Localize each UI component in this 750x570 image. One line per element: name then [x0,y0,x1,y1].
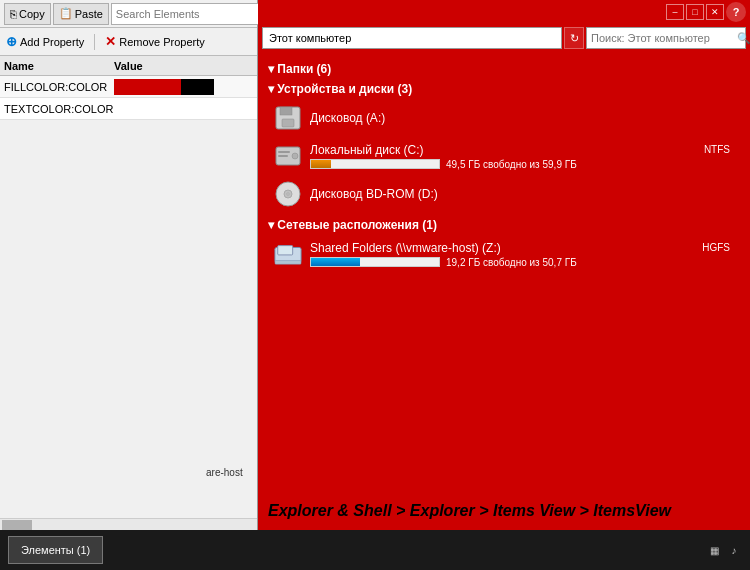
vmware-host-label: are-host [204,465,245,480]
explorer-search-input[interactable] [587,28,733,48]
drive-bar-container-c: 49,5 ГБ свободно из 59,9 ГБ [310,159,734,170]
drive-size-z: 19,2 ГБ свободно из 50,7 ГБ [446,257,577,268]
hdd-drive-icon [274,142,302,170]
taskbar-button-label: Элементы (1) [21,544,90,556]
paste-label: Paste [75,8,103,20]
copy-button[interactable]: ⎘ Copy [4,3,51,25]
property-toolbar: ⊕ Add Property ✕ Remove Property [0,28,257,56]
drive-name-z: Shared Folders (\\vmware-host) (Z:) [310,241,501,255]
drive-name-a: Дисковод (A:) [310,111,734,125]
separator [94,34,95,50]
drive-info-z: Shared Folders (\\vmware-host) (Z:) HGFS… [310,241,734,268]
drive-item-a[interactable]: Дисковод (A:) [268,100,740,136]
breadcrumb-area: Explorer & Shell > Explorer > Items View… [258,440,750,530]
floppy-drive-icon [274,104,302,132]
add-property-button[interactable]: ⊕ Add Property [6,34,84,49]
drive-bar-fill-c [311,160,331,168]
property-name: FILLCOLOR:COLOR [4,81,114,93]
remove-property-label: Remove Property [119,36,205,48]
explorer-content: ▾ Папки (6) ▾ Устройства и диски (3) Дис… [258,52,750,280]
help-icon[interactable]: ? [726,2,746,22]
drive-name-c: Локальный диск (C:) [310,143,424,157]
copy-icon: ⎘ [10,8,17,20]
add-icon: ⊕ [6,34,17,49]
remove-icon: ✕ [105,34,116,49]
paste-icon: 📋 [59,7,73,20]
address-text: Этот компьютер [269,32,351,44]
copy-label: Copy [19,8,45,20]
property-table-header: Name Value [0,56,257,76]
svg-rect-2 [282,119,294,127]
property-name: TEXTCOLOR:COLOR [4,103,114,115]
drive-item-z[interactable]: Shared Folders (\\vmware-host) (Z:) HGFS… [268,236,740,272]
taskbar-button[interactable]: Элементы (1) [8,536,103,564]
svg-rect-12 [275,261,301,265]
drive-fs-c: NTFS [704,144,734,155]
drive-info-d: Дисковод BD-ROM (D:) [310,187,734,201]
swatch-red [114,79,181,95]
taskbar: Элементы (1) ▦ ♪ [0,530,750,570]
drive-item-c[interactable]: Локальный диск (C:) NTFS 49,5 ГБ свободн… [268,138,740,174]
remove-property-button[interactable]: ✕ Remove Property [105,34,205,49]
horizontal-scrollbar[interactable] [0,518,257,530]
refresh-button[interactable]: ↻ [564,27,584,49]
svg-rect-6 [278,155,288,157]
drive-size-c: 49,5 ГБ свободно из 59,9 ГБ [446,159,577,170]
breadcrumb: Explorer & Shell > Explorer > Items View… [268,502,740,520]
explorer-panel: – □ ✕ ? Этот компьютер ↻ 🔍 ▾ Папки (6) ▾… [258,0,750,440]
tray-icon-1[interactable]: ▦ [706,542,722,558]
svg-rect-1 [280,107,292,115]
drive-info-a: Дисковод (A:) [310,111,734,125]
property-value-cell [114,79,253,95]
svg-point-9 [287,193,290,196]
toolbar-top: ⎘ Copy 📋 Paste 🔍 [0,0,257,28]
drive-bar-fill-z [311,258,360,266]
drive-info-c: Локальный диск (C:) NTFS 49,5 ГБ свободн… [310,143,734,170]
close-button[interactable]: ✕ [706,4,724,20]
col-name-header: Name [4,60,114,72]
taskbar-tray: ▦ ♪ [706,542,742,558]
swatch-black [181,79,214,95]
section-header-devices[interactable]: ▾ Устройства и диски (3) [268,78,740,98]
explorer-nav: Этот компьютер ↻ 🔍 [258,24,750,52]
address-bar[interactable]: Этот компьютер [262,27,562,49]
explorer-titlebar: – □ ✕ ? [258,0,750,24]
explorer-search-icon: 🔍 [733,32,750,45]
property-table-body: FILLCOLOR:COLOR TEXTCOLOR:COLOR [0,76,257,518]
col-value-header: Value [114,60,253,72]
drive-fs-z: HGFS [702,242,734,253]
svg-rect-11 [278,246,293,255]
drive-bar-c [310,159,440,169]
drive-bar-z [310,257,440,267]
minimize-button[interactable]: – [666,4,684,20]
add-property-label: Add Property [20,36,84,48]
color-swatch-fillcolor [114,79,214,95]
drive-bar-container-z: 19,2 ГБ свободно из 50,7 ГБ [310,257,734,268]
section-header-network[interactable]: ▾ Сетевые расположения (1) [268,214,740,234]
table-row[interactable]: FILLCOLOR:COLOR [0,76,257,98]
explorer-search-box: 🔍 [586,27,746,49]
paste-button[interactable]: 📋 Paste [53,3,109,25]
scroll-thumb [2,520,32,530]
network-drive-icon [274,240,302,268]
table-row[interactable]: TEXTCOLOR:COLOR [0,98,257,120]
left-panel: ⎘ Copy 📋 Paste 🔍 ⊕ Add Property ✕ Remove… [0,0,258,530]
cdrom-drive-icon [274,180,302,208]
tray-icon-2[interactable]: ♪ [726,542,742,558]
drive-name-d: Дисковод BD-ROM (D:) [310,187,734,201]
drive-item-d[interactable]: Дисковод BD-ROM (D:) [268,176,740,212]
search-input[interactable] [111,3,259,25]
section-header-folders[interactable]: ▾ Папки (6) [268,58,740,78]
maximize-button[interactable]: □ [686,4,704,20]
svg-rect-5 [278,151,290,153]
svg-point-4 [292,153,298,159]
